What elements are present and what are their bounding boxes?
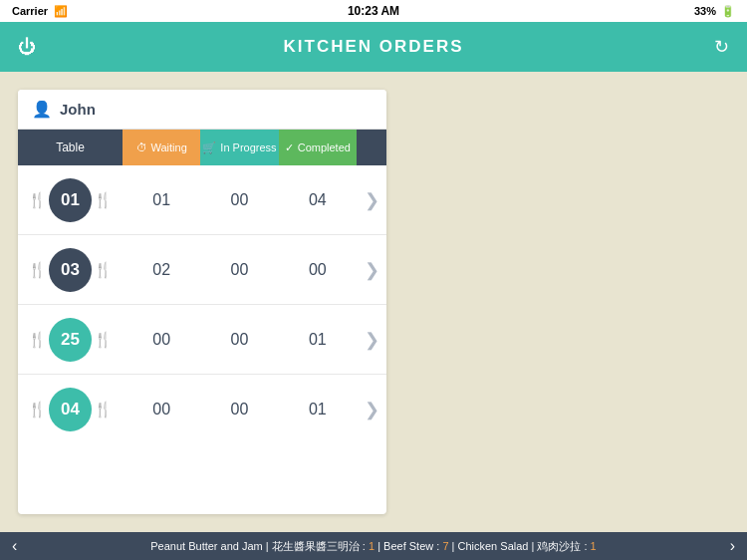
battery-icon: 🔋 [721, 5, 735, 18]
cell-completed-04: 01 [279, 401, 357, 419]
cell-inprogress-25: 00 [200, 331, 278, 349]
status-bar-left: Carrier 📶 [12, 5, 68, 18]
cell-waiting-03: 02 [123, 261, 200, 279]
cell-arrow-25[interactable]: ❯ [357, 329, 386, 351]
cell-inprogress-04: 00 [200, 401, 278, 419]
item-chinese-1: 花生醬果醬三明治 [272, 540, 360, 552]
user-row: 👤 John [18, 90, 386, 130]
cell-inprogress-01: 00 [200, 191, 278, 209]
item-chicken-salad: Chicken Salad [458, 540, 529, 552]
user-name: John [60, 101, 96, 118]
table-badge-04: 04 [49, 388, 92, 431]
cart-icon: 🛒 [202, 141, 216, 154]
table-badge-25: 25 [49, 318, 92, 362]
count-chinese-2: 1 [591, 540, 597, 552]
orders-panel: 👤 John Table ⏱ Waiting 🛒 In Progress ✓ C… [18, 90, 386, 514]
col-table: Table [18, 140, 123, 154]
item-chinese-2: 鸡肉沙拉 [537, 540, 581, 552]
table-header: Table ⏱ Waiting 🛒 In Progress ✓ Complete… [18, 130, 386, 165]
cell-completed-01: 04 [279, 191, 357, 209]
next-button[interactable]: › [726, 537, 739, 555]
col-inprogress: 🛒 In Progress [200, 130, 278, 165]
bottom-marquee: Peanut Butter and Jam | 花生醬果醬三明治 : 1 | B… [21, 539, 725, 554]
fork-icon: 🍴 [28, 331, 47, 349]
item-beef-stew: Beef Stew [383, 540, 433, 552]
main-content: 👤 John Table ⏱ Waiting 🛒 In Progress ✓ C… [0, 72, 747, 532]
table-row[interactable]: 🍴 01 🍴 01 00 04 ❯ [18, 165, 386, 235]
table-badge-03: 03 [49, 248, 92, 292]
bottom-bar: ‹ Peanut Butter and Jam | 花生醬果醬三明治 : 1 |… [0, 532, 747, 560]
prev-button[interactable]: ‹ [8, 537, 21, 555]
cell-arrow-03[interactable]: ❯ [357, 259, 386, 281]
cell-table-03: 🍴 03 🍴 [18, 248, 123, 292]
cell-table-01: 🍴 01 🍴 [18, 178, 123, 222]
wifi-icon: 📶 [54, 5, 68, 18]
knife-icon: 🍴 [94, 191, 113, 209]
refresh-button[interactable]: ↻ [714, 36, 729, 58]
status-bar-time: 10:23 AM [348, 4, 399, 18]
header: ⏻ KITCHEN ORDERS ↻ [0, 22, 747, 72]
table-badge-01: 01 [49, 178, 92, 222]
knife-icon: 🍴 [94, 331, 113, 349]
carrier-label: Carrier [12, 5, 48, 17]
cell-table-25: 🍴 25 🍴 [18, 318, 123, 362]
table-row[interactable]: 🍴 04 🍴 00 00 01 ❯ [18, 375, 386, 444]
knife-icon: 🍴 [94, 261, 113, 279]
table-row[interactable]: 🍴 03 🍴 02 00 00 ❯ [18, 235, 386, 305]
page-title: KITCHEN ORDERS [283, 37, 463, 57]
table-row[interactable]: 🍴 25 🍴 00 00 01 ❯ [18, 305, 386, 375]
cell-waiting-04: 00 [123, 401, 200, 419]
power-button[interactable]: ⏻ [18, 37, 36, 58]
count-chinese-1: 1 [369, 540, 374, 552]
item-peanut-butter: Peanut Butter and Jam [150, 540, 263, 552]
table-body: 🍴 01 🍴 01 00 04 ❯ 🍴 03 🍴 02 00 00 ❯ 🍴 25… [18, 165, 386, 444]
col-waiting: ⏱ Waiting [123, 130, 200, 165]
cell-arrow-04[interactable]: ❯ [357, 399, 386, 420]
col-completed: ✓ Completed [279, 130, 357, 165]
user-icon: 👤 [32, 100, 52, 119]
clock-icon: ⏱ [136, 141, 147, 153]
fork-icon: 🍴 [28, 401, 47, 419]
count-beef-stew: 7 [442, 540, 448, 552]
cell-inprogress-03: 00 [200, 261, 278, 279]
fork-icon: 🍴 [28, 261, 47, 279]
fork-icon: 🍴 [28, 191, 47, 209]
cell-waiting-01: 01 [123, 191, 200, 209]
cell-table-04: 🍴 04 🍴 [18, 388, 123, 431]
cell-completed-03: 00 [279, 261, 357, 279]
check-icon: ✓ [285, 141, 294, 154]
knife-icon: 🍴 [94, 401, 113, 419]
battery-label: 33% [694, 5, 716, 17]
status-bar: Carrier 📶 10:23 AM 33% 🔋 [0, 0, 747, 22]
cell-completed-25: 01 [279, 331, 357, 349]
cell-waiting-25: 00 [123, 331, 200, 349]
cell-arrow-01[interactable]: ❯ [357, 189, 386, 211]
status-bar-right: 33% 🔋 [694, 5, 735, 18]
